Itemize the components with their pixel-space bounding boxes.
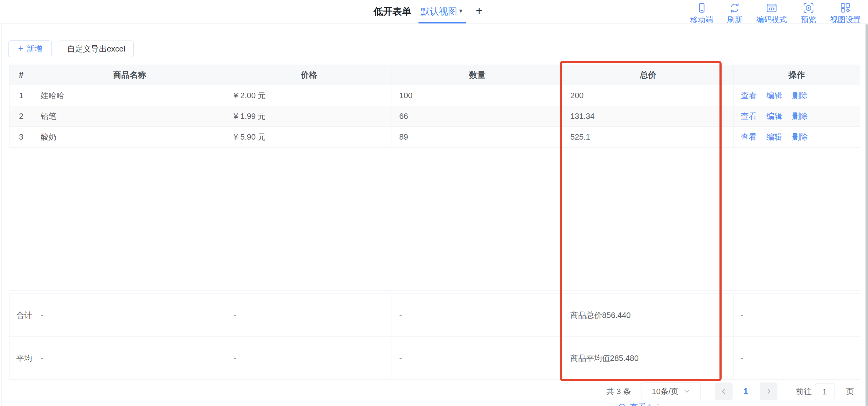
view-link[interactable]: 查看 xyxy=(741,111,757,122)
summary-price: - xyxy=(226,337,392,380)
view-link[interactable]: 查看 xyxy=(741,132,757,142)
cell-total: 200 xyxy=(563,86,734,106)
form-builder-screen: 低开表单 默认视图 ▼ + 移动端 xyxy=(0,0,868,406)
cell-price: ¥ 2.00 元 xyxy=(226,86,392,106)
cell-total: 525.1 xyxy=(563,127,734,147)
preview-icon xyxy=(803,2,814,14)
tab-default-view[interactable]: 默认视图 xyxy=(421,0,457,23)
toolbar-action-label: 预览 xyxy=(801,14,816,25)
total-count-label: 共 3 条 xyxy=(606,382,631,400)
current-page[interactable]: 1 xyxy=(739,382,752,400)
chevron-down-icon xyxy=(683,388,690,395)
page-size-select[interactable]: 10条/页 xyxy=(641,382,701,400)
mobile-icon xyxy=(696,2,708,14)
table-summary: 合计 - - - 商品总价856.440 - 平均 - - - 商品平均值285… xyxy=(9,294,860,380)
summary-label: 合计 xyxy=(9,294,33,337)
prev-page-button[interactable] xyxy=(715,382,733,400)
toolbar-action-mobile[interactable]: 移动端 xyxy=(690,2,713,25)
view-api-label: 查看Api xyxy=(629,402,659,406)
summary-ops: - xyxy=(734,337,860,380)
toolbar-action-preview[interactable]: 预览 xyxy=(801,2,816,25)
code-mode-icon xyxy=(766,2,777,14)
summary-row-average: 平均 - - - 商品平均值285.480 - xyxy=(9,337,860,380)
cell-qty: 100 xyxy=(392,86,563,106)
cell-qty: 89 xyxy=(392,127,563,147)
content-left-border xyxy=(1,24,2,406)
export-excel-button[interactable]: 自定义导出excel xyxy=(59,40,133,57)
chevron-down-icon[interactable]: ▼ xyxy=(458,0,464,23)
summary-label: 平均 xyxy=(9,337,33,380)
summary-divider xyxy=(9,291,860,291)
summary-total-value: 商品总价856.440 xyxy=(563,294,734,337)
table-header: # 商品名称 价格 数量 总价 操作 xyxy=(9,65,860,86)
chevron-left-icon xyxy=(720,388,727,395)
header-cell-actions: 操作 xyxy=(734,65,860,86)
view-settings-icon xyxy=(840,2,851,14)
add-record-button[interactable]: + 新增 xyxy=(8,40,52,57)
add-record-label: 新增 xyxy=(27,43,42,54)
add-view-button[interactable]: + xyxy=(476,0,483,23)
page-size-value: 10条/页 xyxy=(652,386,679,397)
toolbar-action-label: 视图设置 xyxy=(830,14,861,25)
header-cell-total: 总价 xyxy=(563,65,734,86)
active-tab-underline xyxy=(418,22,466,24)
scrollbar[interactable] xyxy=(865,24,868,406)
goto-label: 前往 xyxy=(796,382,812,400)
cell-name: 铅笔 xyxy=(33,106,226,127)
toolbar-action-view-settings[interactable]: 视图设置 xyxy=(830,2,861,25)
view-api-link[interactable]: 查看Api xyxy=(618,402,659,406)
cell-actions: 查看 编辑 删除 xyxy=(734,106,860,127)
cell-index: 2 xyxy=(9,106,33,127)
page-title: 低开表单 xyxy=(374,0,411,23)
header-cell-qty: 数量 xyxy=(392,65,563,86)
header-cell-price: 价格 xyxy=(226,65,392,86)
summary-name: - xyxy=(33,337,226,380)
cell-name: 酸奶 xyxy=(33,127,226,147)
cell-price: ¥ 1.99 元 xyxy=(226,106,392,127)
api-icon xyxy=(618,403,626,406)
cell-actions: 查看 编辑 删除 xyxy=(734,127,860,147)
toolbar-action-refresh[interactable]: 刷新 xyxy=(727,2,742,25)
plus-icon: + xyxy=(18,43,24,54)
view-link[interactable]: 查看 xyxy=(741,90,757,101)
refresh-icon xyxy=(729,2,741,14)
summary-price: - xyxy=(226,294,392,337)
next-page-button[interactable] xyxy=(760,382,777,400)
toolbar-action-label: 移动端 xyxy=(690,14,713,25)
edit-link[interactable]: 编辑 xyxy=(767,132,782,142)
header-cell-index: # xyxy=(9,65,33,86)
toolbar-action-label: 刷新 xyxy=(727,14,742,25)
cell-index: 3 xyxy=(9,127,33,147)
page-input[interactable] xyxy=(815,383,834,400)
edit-link[interactable]: 编辑 xyxy=(767,90,782,101)
table-row: 1 娃哈哈 ¥ 2.00 元 100 200 查看 编辑 删除 xyxy=(9,86,860,106)
cell-total: 131.34 xyxy=(563,106,734,127)
cell-name: 娃哈哈 xyxy=(33,86,226,106)
toolbar-action-label: 编码模式 xyxy=(756,14,787,25)
cell-actions: 查看 编辑 删除 xyxy=(734,86,860,106)
summary-average-value: 商品平均值285.480 xyxy=(563,337,734,380)
summary-qty: - xyxy=(392,337,563,380)
cell-qty: 66 xyxy=(392,106,563,127)
topbar-actions: 移动端 刷新 xyxy=(690,2,861,25)
page-unit-label: 页 xyxy=(846,382,854,400)
delete-link[interactable]: 删除 xyxy=(792,132,808,142)
summary-row-total: 合计 - - - 商品总价856.440 - xyxy=(9,294,860,337)
delete-link[interactable]: 删除 xyxy=(792,90,808,101)
toolbar-action-code-mode[interactable]: 编码模式 xyxy=(756,2,787,25)
edit-link[interactable]: 编辑 xyxy=(767,111,782,122)
table-body: 1 娃哈哈 ¥ 2.00 元 100 200 查看 编辑 删除 2 铅笔 ¥ 1… xyxy=(9,86,860,147)
summary-name: - xyxy=(33,294,226,337)
delete-link[interactable]: 删除 xyxy=(792,111,808,122)
summary-qty: - xyxy=(392,294,563,337)
table-row: 2 铅笔 ¥ 1.99 元 66 131.34 查看 编辑 删除 xyxy=(9,106,860,127)
summary-ops: - xyxy=(734,294,860,337)
table-row: 3 酸奶 ¥ 5.90 元 89 525.1 查看 编辑 删除 xyxy=(9,127,860,147)
chevron-right-icon xyxy=(765,388,772,395)
cell-price: ¥ 5.90 元 xyxy=(226,127,392,147)
top-bar: 低开表单 默认视图 ▼ + 移动端 xyxy=(0,0,868,24)
scrollbar-thumb[interactable] xyxy=(866,24,868,406)
cell-index: 1 xyxy=(9,86,33,106)
header-cell-name: 商品名称 xyxy=(33,65,226,86)
